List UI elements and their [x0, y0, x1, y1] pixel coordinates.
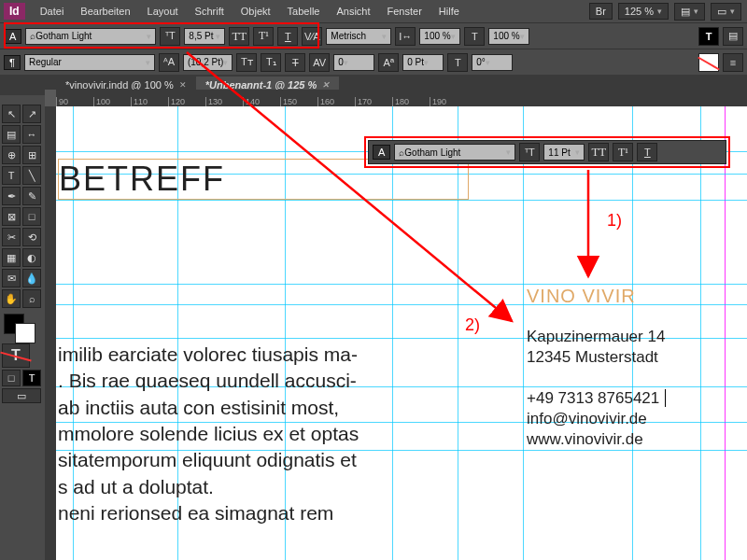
- web-text: www.vinovivir.de: [527, 429, 643, 451]
- hscale-combo[interactable]: 100 %▾: [419, 28, 460, 45]
- view-mode-button[interactable]: ▤▾: [674, 3, 705, 21]
- page-tool[interactable]: ▤: [2, 125, 21, 144]
- view-mode-tool[interactable]: ▭: [2, 388, 41, 403]
- subscript-button[interactable]: T₁: [261, 53, 281, 72]
- close-icon[interactable]: ✕: [179, 80, 187, 90]
- control-bar-row1: A ⌕ Gotham Light ▾ ᵀT 8,5 Pt▾ TT T¹ T V⁄…: [0, 22, 747, 49]
- phone-text: +49 7313 8765421: [527, 388, 666, 410]
- stroke-chip[interactable]: [15, 323, 35, 343]
- annotation-2: 2): [465, 315, 480, 335]
- hscale-icon: I↔: [395, 27, 416, 46]
- company-name: VINO VIVIR: [527, 286, 636, 307]
- float-font-combo[interactable]: ⌕ Gotham Light▾: [394, 144, 515, 161]
- baseline-icon: Aª: [378, 53, 399, 72]
- scissors-tool[interactable]: ✂: [2, 228, 21, 246]
- menu-objekt[interactable]: Objekt: [233, 2, 278, 21]
- skew-combo[interactable]: 0°▾: [472, 54, 513, 71]
- menu-schrift[interactable]: Schrift: [188, 2, 232, 21]
- color-chips[interactable]: [2, 314, 43, 342]
- horizontal-ruler[interactable]: 90 100 110 120 130 140 150 160 170 180 1…: [56, 90, 747, 106]
- float-allcaps-button[interactable]: TT: [588, 143, 609, 161]
- gap-tool[interactable]: ↔: [22, 125, 41, 144]
- pen-tool[interactable]: ✒: [2, 187, 21, 205]
- char-icon: A: [373, 145, 390, 160]
- heading-text: BETREFF: [59, 160, 225, 198]
- close-icon[interactable]: ✕: [322, 80, 330, 90]
- tools-panel: ↖ ↗ ▤ ↔ ⊕ ⊞ T ╲ ✒ ✎ ⊠ □ ✂ ⟲ ▦ ◐ ✉ 💧 ✋ ⌕ …: [0, 103, 45, 405]
- address-line1: Kapuzinermauer 14: [527, 327, 665, 348]
- apply-color-button[interactable]: □: [2, 370, 21, 386]
- format-text-chip[interactable]: T: [2, 343, 30, 368]
- font-style-combo[interactable]: Regular▾: [24, 54, 155, 71]
- line-tool[interactable]: ╲: [22, 166, 41, 185]
- float-superscript-button[interactable]: T¹: [613, 143, 633, 161]
- float-size-combo[interactable]: 11 Pt▾: [543, 144, 585, 161]
- menu-bearbeiten[interactable]: Bearbeiten: [73, 2, 137, 21]
- type-tool[interactable]: T: [2, 166, 21, 185]
- email-text: info@vinovivir.de: [527, 409, 647, 430]
- pencil-tool[interactable]: ✎: [22, 187, 41, 205]
- char-color-icon[interactable]: T: [698, 27, 719, 46]
- menu-fenster[interactable]: Fenster: [380, 2, 430, 21]
- gradient-swatch-tool[interactable]: ▦: [2, 248, 21, 267]
- body-text: imilib earciate volorec tiusapis ma- . B…: [58, 342, 431, 526]
- tracking-combo[interactable]: 0▾: [333, 54, 374, 71]
- strike-button[interactable]: T: [285, 53, 305, 72]
- control-bar-row2: ¶ Regular▾ ᴬA (10,2 Pt)▾ Tᴛ T₁ T AV 0▾ A…: [0, 49, 747, 75]
- float-underline-button[interactable]: T: [637, 143, 657, 161]
- zoom-tool[interactable]: ⌕: [22, 289, 41, 308]
- chevron-down-icon: ▾: [657, 7, 662, 16]
- smallcaps-button[interactable]: Tᴛ: [236, 53, 257, 72]
- character-mode-icon[interactable]: A: [4, 29, 21, 44]
- hand-tool[interactable]: ✋: [2, 289, 21, 308]
- leading-combo[interactable]: (10,2 Pt)▾: [183, 54, 233, 71]
- allcaps-button[interactable]: TT: [229, 27, 249, 46]
- kerning-combo[interactable]: Metrisch▾: [326, 28, 391, 45]
- menu-layout[interactable]: Layout: [140, 2, 186, 21]
- document-canvas[interactable]: BETREFF imilib earciate volorec tiusapis…: [56, 106, 747, 560]
- char-panel-icon[interactable]: ▤: [723, 27, 743, 46]
- direct-selection-tool[interactable]: ↗: [22, 105, 41, 123]
- floating-char-panel: A ⌕ Gotham Light▾ ᵀT 11 Pt▾ TT T¹ T: [368, 140, 726, 164]
- para-panel-icon[interactable]: ≡: [723, 53, 743, 72]
- zoom-combo[interactable]: 125 %▾: [618, 3, 669, 20]
- underline-button[interactable]: T: [277, 27, 298, 46]
- leading-icon: ᴬA: [159, 53, 179, 72]
- baseline-combo[interactable]: 0 Pt▾: [402, 54, 444, 71]
- skew-icon: T: [447, 53, 468, 72]
- rectangle-frame-tool[interactable]: ⊠: [2, 207, 21, 226]
- tracking-icon: AV: [309, 53, 330, 72]
- vscale-combo[interactable]: 100 %▾: [488, 28, 529, 45]
- annotation-1: 1): [607, 211, 622, 231]
- menu-datei[interactable]: Datei: [33, 2, 72, 21]
- eyedropper-tool[interactable]: 💧: [22, 269, 41, 287]
- note-tool[interactable]: ✉: [2, 269, 21, 287]
- kerning-icon: V⁄A: [302, 27, 322, 46]
- font-size-icon: ᵀT: [160, 27, 180, 46]
- rectangle-tool[interactable]: □: [22, 207, 41, 226]
- gradient-feather-tool[interactable]: ◐: [22, 248, 41, 267]
- app-id-badge: Id: [4, 3, 25, 20]
- font-size-combo[interactable]: 8,5 Pt▾: [184, 28, 225, 45]
- paragraph-mode-icon[interactable]: ¶: [4, 55, 21, 70]
- address-line2: 12345 Musterstadt: [527, 347, 658, 369]
- swatch-none-icon[interactable]: [698, 53, 719, 72]
- content-tool[interactable]: ⊕: [2, 146, 21, 164]
- screen-mode-button[interactable]: ▭▾: [711, 3, 741, 21]
- menu-tabelle[interactable]: Tabelle: [280, 2, 328, 21]
- superscript-button[interactable]: T¹: [253, 27, 274, 46]
- apply-black-button[interactable]: T: [22, 370, 41, 386]
- selection-tool[interactable]: ↖: [2, 105, 21, 123]
- vertical-ruler[interactable]: [45, 106, 56, 560]
- font-family-combo[interactable]: ⌕ Gotham Light ▾: [25, 28, 156, 45]
- float-size-icon: ᵀT: [519, 143, 540, 161]
- menu-hilfe[interactable]: Hilfe: [431, 2, 467, 21]
- bridge-button[interactable]: Br: [589, 3, 613, 20]
- free-transform-tool[interactable]: ⟲: [22, 228, 41, 246]
- content-placer-tool[interactable]: ⊞: [22, 146, 41, 164]
- vscale-icon: T: [464, 27, 485, 46]
- menu-bar: Id Datei Bearbeiten Layout Schrift Objek…: [0, 0, 747, 22]
- menu-ansicht[interactable]: Ansicht: [329, 2, 377, 21]
